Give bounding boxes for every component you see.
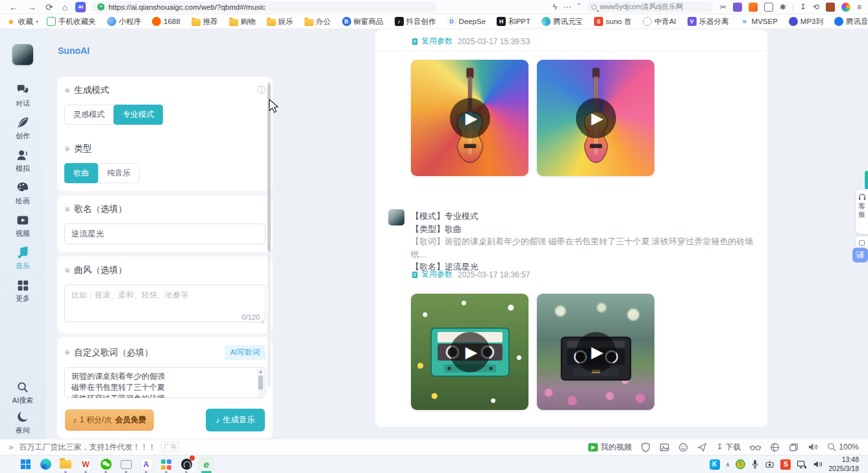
url-text[interactable]: https://ai.qianshouaigc.com/web/?qbmd#/m… xyxy=(108,3,266,11)
music-cover-tile[interactable]: ▶ xyxy=(411,60,528,176)
taskbar-browser-active[interactable]: e xyxy=(198,456,215,473)
profile-theme-icon[interactable] xyxy=(841,3,850,12)
download-button[interactable]: ↧ 下载 xyxy=(716,442,741,453)
tray-clock[interactable]: 13:48 2025/3/18 xyxy=(828,455,862,472)
glasses-icon[interactable] xyxy=(750,443,761,452)
bookmark-item[interactable]: 推荐 xyxy=(192,17,221,27)
tray-microphone-icon[interactable] xyxy=(751,459,759,469)
music-cover-tile[interactable]: ▶ xyxy=(537,294,654,410)
taskbar-wechat[interactable] xyxy=(97,456,114,473)
play-button[interactable]: ▶ xyxy=(450,332,490,372)
play-button[interactable]: ▶ xyxy=(576,332,616,372)
windows-restore-icon[interactable] xyxy=(789,442,799,452)
bookmark-item[interactable]: 手机收藏夹 xyxy=(47,17,99,27)
lyrics-scrollbar[interactable]: ▲ xyxy=(257,368,264,398)
mode-inspiration-button[interactable]: 灵感模式 xyxy=(64,105,114,125)
translate-extension-icon[interactable] xyxy=(733,3,742,12)
sidebar-item-video[interactable]: 视频 xyxy=(0,213,45,238)
bookmark-item[interactable]: 1688 xyxy=(152,17,183,26)
music-cover-tile[interactable]: ▶ xyxy=(537,60,654,176)
bookmark-item[interactable]: 腾讯元宝 xyxy=(541,17,586,27)
tray-expand-icon[interactable]: ∧ xyxy=(726,461,730,468)
my-videos-button[interactable]: ▶ 我的视频 xyxy=(588,442,632,453)
site-permission-icon[interactable]: + xyxy=(97,3,105,10)
customer-service-tab[interactable]: 客服 xyxy=(856,190,868,234)
bookmark-item[interactable]: B 橱窗商品 xyxy=(342,17,386,27)
home-icon[interactable]: ⌂ xyxy=(62,1,68,14)
resize-handle-icon[interactable] xyxy=(260,319,264,324)
ad-text[interactable]: 百万工厂货比三家，支持1件代发！！！ xyxy=(19,442,156,453)
ai-write-lyrics-button[interactable]: AI写歌词 xyxy=(225,345,266,360)
back-icon[interactable]: ← xyxy=(9,1,18,14)
browser-e-icon[interactable] xyxy=(770,442,780,452)
forward-icon[interactable]: → xyxy=(27,1,36,14)
page-zoom-control[interactable]: 100% xyxy=(827,442,859,452)
sidebar-item-create[interactable]: 创作 xyxy=(0,116,45,141)
scroll-up-icon[interactable]: ▲ xyxy=(257,368,264,375)
bookmark-item[interactable]: 中青AI xyxy=(643,17,679,27)
collapse-icon[interactable]: ≫ xyxy=(8,444,14,451)
bookmark-item[interactable]: ♪ 抖音创作 xyxy=(395,17,439,27)
sidebar-item-chat[interactable]: 对话 xyxy=(0,83,45,109)
send-icon[interactable] xyxy=(697,442,707,452)
song-name-input[interactable] xyxy=(64,224,266,244)
game-extension-icon[interactable] xyxy=(749,3,758,12)
music-cover-tile[interactable]: ▶ xyxy=(411,294,528,410)
user-avatar[interactable] xyxy=(12,44,33,65)
bookmark-item[interactable]: 腾讯音乐 xyxy=(834,17,868,27)
bookmark-item[interactable]: 购物 xyxy=(229,17,258,27)
sidebar-item-simulate[interactable]: 模拟 xyxy=(0,148,45,173)
extensions-icon[interactable]: ✱ xyxy=(780,3,786,12)
search-query-text[interactable]: www5ydjcom清风dj音乐网 xyxy=(600,2,683,12)
refresh-icon[interactable]: ⟳ xyxy=(45,1,53,14)
bookmark-item[interactable]: ≈ MVSEP xyxy=(740,17,780,26)
bookmark-item[interactable]: ★ 收藏 ▾ xyxy=(6,17,38,27)
toolbar-chevron-icon[interactable]: ˇ xyxy=(578,3,580,12)
sidebar-item-more[interactable]: 更多 xyxy=(0,278,45,303)
bookmark-item[interactable]: MP3到 xyxy=(789,17,826,27)
bookmark-item[interactable]: 娱乐 xyxy=(267,17,296,27)
sidebar-item-music[interactable]: 音乐 xyxy=(0,246,45,271)
sidebar-item-paint[interactable]: 绘画 xyxy=(0,181,45,206)
bookmark-item[interactable]: 办公 xyxy=(304,17,334,27)
tray-kuaishou-icon[interactable]: K xyxy=(710,459,720,470)
taskbar-explorer[interactable] xyxy=(57,456,74,473)
smiley-icon[interactable] xyxy=(678,442,688,452)
tray-network-icon[interactable] xyxy=(797,460,807,469)
credit-cost-button[interactable]: ♪ 1 积分/次 会员免费 xyxy=(65,409,154,431)
reuse-params-button[interactable]: 复用参数 xyxy=(411,36,453,47)
info-icon[interactable]: ⓘ xyxy=(257,84,266,96)
image-icon[interactable] xyxy=(660,442,669,452)
shield-icon[interactable] xyxy=(641,442,651,452)
screenshot-icon[interactable]: ✂ xyxy=(720,3,726,12)
tray-remote-icon[interactable] xyxy=(765,460,775,469)
reader-extension-icon[interactable] xyxy=(764,3,773,12)
bookmark-item[interactable]: V 乐器分离 xyxy=(688,17,732,27)
history-icon[interactable]: ⟲ xyxy=(813,3,819,12)
tray-sogou-icon[interactable]: S xyxy=(780,459,791,470)
style-textarea[interactable] xyxy=(64,285,266,322)
type-song-button[interactable]: 歌曲 xyxy=(64,163,98,183)
mode-pro-button[interactable]: 专业模式 xyxy=(114,105,163,125)
taskbar-ai-app[interactable]: A xyxy=(138,456,155,473)
bookmark-item[interactable]: 小程序 xyxy=(107,17,144,27)
taskbar-obs[interactable] xyxy=(178,456,195,473)
taskbar-wps[interactable]: W xyxy=(77,456,94,473)
taskbar-edge[interactable] xyxy=(37,456,54,473)
sidebar-item-night-mode[interactable]: 夜间 xyxy=(0,410,45,435)
scrollbar-thumb[interactable] xyxy=(258,376,263,390)
taskbar-grid-app[interactable] xyxy=(158,456,175,473)
play-button[interactable]: ▶ xyxy=(576,98,616,138)
bookmark-item[interactable]: S suno 首 xyxy=(594,17,634,27)
lyrics-textarea[interactable]: 斑驳的课桌刻着年少的倔强 磁带在书包里转了三十个夏 滚铁环穿过弄堂褪色的砖墙 xyxy=(65,368,265,398)
sidebar-item-ai-search[interactable]: AI搜索 xyxy=(0,380,45,405)
speaker-icon[interactable] xyxy=(808,442,818,452)
type-instrumental-button[interactable]: 纯音乐 xyxy=(98,163,140,183)
browser-search-box[interactable]: www5ydjcom清风dj音乐网 xyxy=(587,1,713,12)
panel-scrollbar[interactable] xyxy=(267,81,271,387)
bookmark-item[interactable]: D DeepSe xyxy=(447,17,489,26)
more-tools-icon[interactable]: ⋯ xyxy=(564,3,571,12)
start-button[interactable] xyxy=(17,456,34,473)
downloads-icon[interactable]: ↧ xyxy=(800,3,806,12)
generate-music-button[interactable]: ♪ 生成音乐 xyxy=(206,409,265,431)
